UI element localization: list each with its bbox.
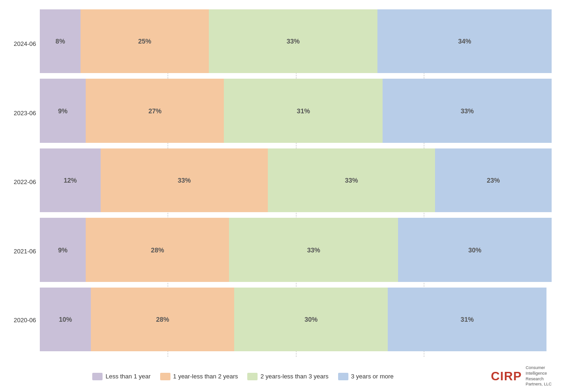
bar-row: 9%28%33%30% bbox=[40, 218, 552, 281]
bar-segment: 34% bbox=[377, 9, 552, 73]
bar-segment: 33% bbox=[209, 9, 378, 73]
bar-segment: 25% bbox=[81, 9, 208, 73]
legend-item: 1 year-less than 2 years bbox=[160, 373, 238, 380]
bar-row: 12%33%33%23% bbox=[40, 148, 552, 212]
bar-segment: 30% bbox=[398, 218, 552, 281]
legend-label: 3 years or more bbox=[351, 373, 394, 380]
bar-segment: 12% bbox=[40, 148, 101, 212]
bar-segment: 28% bbox=[86, 218, 229, 281]
bar-segment: 30% bbox=[234, 288, 388, 351]
legend-color-box bbox=[247, 373, 258, 380]
legend-color-box bbox=[338, 373, 348, 380]
cirp-logo: CIRP Consumer Intelligence Research Part… bbox=[477, 365, 552, 387]
bar-segment: 31% bbox=[224, 79, 383, 142]
bar-segment: 28% bbox=[91, 288, 234, 351]
y-label: 2022-06 bbox=[9, 166, 40, 198]
legend-item: Less than 1 year bbox=[92, 373, 150, 380]
legend-label: Less than 1 year bbox=[105, 373, 150, 380]
legend-item: 2 years-less than 3 years bbox=[247, 373, 328, 380]
y-label: 2023-06 bbox=[9, 97, 40, 129]
bar-segment: 9% bbox=[40, 79, 86, 142]
y-axis: 2024-062023-062022-062021-062020-06 bbox=[9, 9, 40, 357]
bar-segment: 33% bbox=[229, 218, 398, 281]
bar-segment: 31% bbox=[388, 288, 546, 351]
bar-row: 9%27%31%33% bbox=[40, 79, 552, 142]
y-label: 2021-06 bbox=[9, 235, 40, 267]
cirp-sub: Consumer Intelligence Research Partners,… bbox=[525, 365, 552, 387]
bar-segment: 8% bbox=[40, 9, 81, 73]
bar-segment: 10% bbox=[40, 288, 91, 351]
bar-row: 10%28%30%31% bbox=[40, 288, 552, 351]
legend-label: 2 years-less than 3 years bbox=[260, 373, 328, 380]
bars-wrapper: 8%25%33%34%9%27%31%33%12%33%33%23%9%28%3… bbox=[40, 9, 552, 357]
y-label: 2024-06 bbox=[9, 28, 40, 60]
legend-label: 1 year-less than 2 years bbox=[173, 373, 238, 380]
y-label: 2020-06 bbox=[9, 304, 40, 336]
bar-segment: 33% bbox=[101, 148, 268, 212]
bar-segment: 9% bbox=[40, 218, 86, 281]
bar-segment: 23% bbox=[435, 148, 552, 212]
legend-color-box bbox=[160, 373, 170, 380]
legend-items: Less than 1 year1 year-less than 2 years… bbox=[9, 373, 477, 380]
legend-color-box bbox=[92, 373, 103, 380]
legend-footer: Less than 1 year1 year-less than 2 years… bbox=[9, 362, 552, 387]
bar-row: 8%25%33%34% bbox=[40, 9, 552, 73]
legend-item: 3 years or more bbox=[338, 373, 394, 380]
bar-segment: 33% bbox=[268, 148, 435, 212]
chart-wrapper: 2024-062023-062022-062021-062020-06 8%25… bbox=[9, 9, 552, 357]
bar-segment: 27% bbox=[86, 79, 224, 142]
cirp-brand: CIRP bbox=[491, 369, 522, 384]
bar-segment: 33% bbox=[383, 79, 552, 142]
